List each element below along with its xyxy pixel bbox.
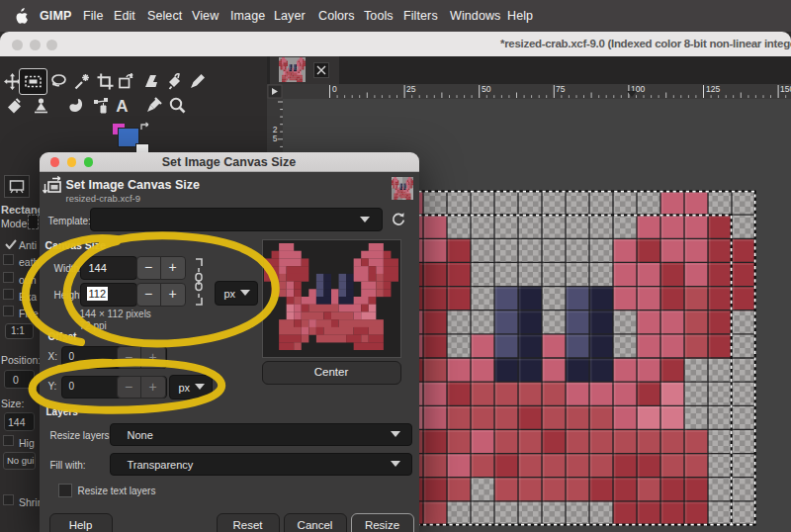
svg-text:125: 125 [706,84,720,94]
svg-text:25: 25 [406,84,416,94]
svg-text:150: 150 [780,84,791,94]
svg-text:50: 50 [482,84,491,94]
svg-text:A: A [116,97,128,114]
svg-text:5: 5 [273,133,278,143]
svg-text:75: 75 [556,84,566,94]
svg-text:0: 0 [332,84,337,94]
